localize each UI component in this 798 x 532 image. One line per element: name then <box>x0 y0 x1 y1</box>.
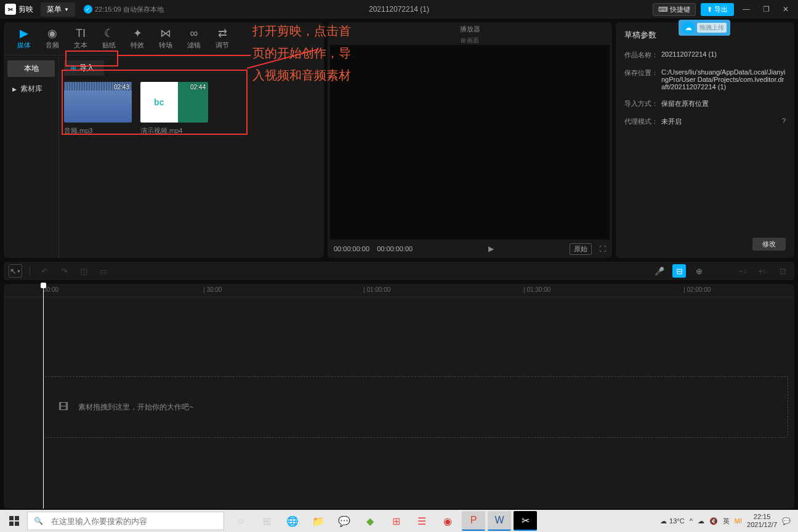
current-time: 00:00:00:00 <box>334 245 369 252</box>
tab-transition[interactable]: ⋈ 转场 <box>151 22 180 55</box>
volume-icon[interactable]: 🔇 <box>709 517 718 525</box>
audio-thumbnail: 02:43 <box>64 82 132 123</box>
prop-name-label: 作品名称： <box>624 50 661 60</box>
zoom-fit-button[interactable]: ⊡ <box>776 264 789 278</box>
wechat-icon[interactable]: 💬 <box>332 511 356 531</box>
svg-rect-3 <box>15 522 19 526</box>
modify-button[interactable]: 修改 <box>752 238 786 251</box>
sidebar-local[interactable]: 本地 <box>7 60 55 77</box>
timeline-dropzone[interactable]: 🎞 素材拖拽到这里，开始你的大作吧~ <box>43 376 788 438</box>
help-icon[interactable]: ? <box>782 117 786 126</box>
annotation-line <box>118 55 251 56</box>
export-button[interactable]: ⬆ 导出 <box>701 3 734 16</box>
undo-button[interactable]: ↶ <box>38 264 51 278</box>
tab-audio[interactable]: ◉ 音频 <box>38 22 66 55</box>
preview-canvas[interactable] <box>330 45 610 240</box>
zoom-in-button[interactable]: +○ <box>756 264 770 278</box>
app-icon[interactable]: ◆ <box>358 511 382 531</box>
import-button[interactable]: ⊕ 导入 <box>64 60 104 76</box>
media-sidebar: 本地 ▶ 素材库 <box>4 55 59 258</box>
tab-adjust[interactable]: ⇄ 调节 <box>208 22 236 55</box>
app-name: 剪映 <box>18 4 33 15</box>
prop-import-value: 保留在原有位置 <box>661 99 786 108</box>
cloud-text: 拖拽上传 <box>697 23 727 33</box>
tab-filter[interactable]: ∞ 滤镜 <box>180 22 208 55</box>
system-tray: ☁ 13°C ^ ☁ 🔇 英 MI 22:15 2021/12/7 💬 <box>660 513 796 529</box>
annotation-text: 打开剪映，点击首 页的开始创作，导 入视频和音频素材 <box>252 20 351 86</box>
maximize-button[interactable]: ❐ <box>759 2 773 17</box>
explorer-icon[interactable]: 📁 <box>307 511 330 531</box>
prop-import-label: 导入方式： <box>624 99 661 108</box>
selection-tool[interactable]: ↖▼ <box>9 264 22 278</box>
fullscreen-button[interactable]: ⛶ <box>599 245 606 252</box>
app-tray-icon[interactable]: MI <box>735 517 742 525</box>
menu-button[interactable]: 菜单 ▼ <box>41 2 75 17</box>
magnet-button[interactable]: ⊟ <box>672 264 686 278</box>
edge-icon[interactable]: 🌐 <box>281 511 304 531</box>
clock[interactable]: 22:15 2021/12/7 <box>747 513 777 529</box>
split-button[interactable]: ◫ <box>77 264 91 278</box>
prop-path-label: 保存位置： <box>624 68 661 91</box>
media-thumbnail-audio[interactable]: 02:43 音频.mp3 <box>64 82 132 135</box>
duration-label: 02:44 <box>190 84 206 91</box>
redo-button[interactable]: ↷ <box>57 264 71 278</box>
ime-icon[interactable]: 英 <box>723 517 730 526</box>
linkage-button[interactable]: ⊕ <box>692 264 706 278</box>
powerpoint-icon[interactable]: P <box>462 511 485 531</box>
tab-effects[interactable]: ✦ 特效 <box>123 22 151 55</box>
properties-panel: 草稿参数 作品名称： 202112072214 (1) 保存位置： C:/Use… <box>616 22 794 258</box>
duration-label: 02:43 <box>114 84 129 91</box>
media-filename: 演示视频.mp4 <box>140 126 208 135</box>
preview-ratio[interactable]: ⊞ 画面 <box>328 36 612 45</box>
check-icon: ✓ <box>84 5 92 14</box>
cortana-icon[interactable]: ○ <box>229 511 252 531</box>
sidebar-library[interactable]: ▶ 素材库 <box>7 81 55 97</box>
ruler-mark: | 01:30:00 <box>523 286 550 293</box>
prop-proxy-value: 未开启 <box>661 117 782 126</box>
start-button[interactable] <box>2 511 26 531</box>
tray-chevron-icon[interactable]: ^ <box>690 517 693 525</box>
keyboard-shortcuts-button[interactable]: ⌨ 快捷键 <box>653 3 696 16</box>
close-button[interactable]: ✕ <box>778 2 793 17</box>
netease-icon[interactable]: ◉ <box>436 511 459 531</box>
minimize-button[interactable]: — <box>739 2 754 17</box>
search-input[interactable] <box>49 517 224 526</box>
taskbar-search[interactable]: 🔍 <box>27 512 224 530</box>
weather-widget[interactable]: ☁ 13°C <box>660 517 685 525</box>
app-logo: ✂ <box>5 4 16 15</box>
keyboard-icon: ⌨ <box>658 6 668 14</box>
taskview-icon[interactable]: ⊞ <box>255 511 278 531</box>
delete-button[interactable]: ▭ <box>97 264 110 278</box>
jianying-icon[interactable]: ✂ <box>514 511 537 531</box>
mic-button[interactable]: 🎤 <box>653 264 666 278</box>
notifications-icon[interactable]: 💬 <box>782 517 791 525</box>
dropzone-text: 素材拖拽到这里，开始你的大作吧~ <box>78 402 193 413</box>
timeline-toolbar: ↖▼ ↶ ↷ ◫ ▭ 🎤 ⊟ ⊕ −○ +○ ⊡ <box>4 262 794 280</box>
chevron-down-icon: ▼ <box>64 7 69 12</box>
tab-media[interactable]: ▶ 媒体 <box>10 22 38 55</box>
onedrive-icon[interactable]: ☁ <box>698 517 704 525</box>
app-icon[interactable]: ☰ <box>410 511 433 531</box>
media-thumbnail-video[interactable]: bc 02:44 演示视频.mp4 <box>140 82 208 135</box>
effects-icon: ✦ <box>133 27 142 39</box>
cloud-icon: ☁ <box>682 22 695 34</box>
play-button[interactable]: ▶ <box>488 244 494 253</box>
ruler-mark: | 30:00 <box>203 286 222 293</box>
timeline-ruler[interactable]: 00:00 | 30:00 | 01:00:00 | 01:30:00 | 02… <box>4 284 794 297</box>
cloud-upload-box[interactable]: ☁ 拖拽上传 <box>679 20 730 36</box>
playhead[interactable] <box>43 284 44 509</box>
total-time: 00:00:00:00 <box>377 245 413 252</box>
original-button[interactable]: 原始 <box>570 243 592 255</box>
prop-path-value: C:/Users/liu'shuang/AppData/Local/Jianyi… <box>661 68 786 91</box>
plus-icon: ⊕ <box>70 64 76 73</box>
tab-text[interactable]: TI 文本 <box>66 22 95 55</box>
word-icon[interactable]: W <box>488 511 511 531</box>
text-icon: TI <box>76 27 86 39</box>
search-icon: 🔍 <box>28 517 49 525</box>
timeline-panel[interactable]: 00:00 | 30:00 | 01:00:00 | 01:30:00 | 02… <box>4 284 794 509</box>
zoom-out-button[interactable]: −○ <box>736 264 750 278</box>
chevron-right-icon: ▶ <box>12 86 17 92</box>
app-icon[interactable]: ⊞ <box>384 511 408 531</box>
tab-sticker[interactable]: ☾ 贴纸 <box>95 22 123 55</box>
sticker-icon: ☾ <box>104 27 114 39</box>
